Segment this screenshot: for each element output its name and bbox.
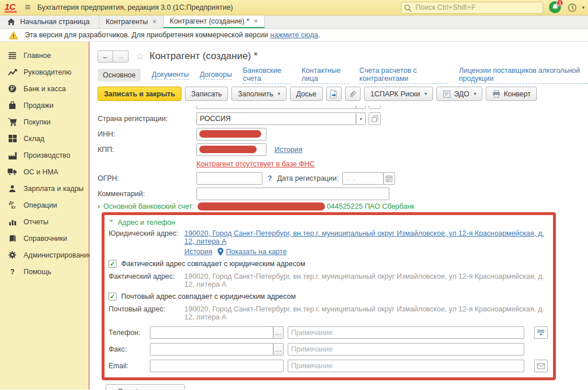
search-input[interactable] [401, 2, 543, 14]
attachments-button[interactable] [345, 87, 361, 101]
expand-chevron-icon[interactable]: › [98, 202, 103, 210]
tab-licenzii[interactable]: Лицензии поставщиков алкогольной продукц… [459, 67, 588, 84]
dropdown-icon: ▾ [176, 389, 179, 389]
open-icon[interactable] [369, 106, 381, 109]
tab-kontragent-create[interactable]: Контрагент (создание) * × [163, 15, 265, 28]
phone-more-button[interactable]: ... [273, 326, 284, 339]
sidebar-item-pokupki[interactable]: Покупки [0, 114, 88, 130]
clipped-field-row [98, 106, 588, 110]
send-email-button[interactable] [534, 360, 548, 372]
kpp-history-link[interactable]: История [274, 146, 302, 154]
warning-icon [9, 31, 18, 40]
sidebar-item-bank-kassa[interactable]: Банк и касса [0, 80, 88, 97]
calendar-icon[interactable] [384, 172, 395, 185]
sidebar-item-pomosch[interactable]: ? Помощь [0, 263, 88, 280]
edo-icon [443, 90, 451, 98]
comment-input[interactable] [196, 188, 389, 200]
address-section-header[interactable]: › Адрес и телефон [109, 218, 548, 227]
sidebar-item-sklad[interactable]: Склад [0, 130, 88, 147]
buy-version-link[interactable]: нажмите сюда [270, 31, 318, 39]
clipped-input[interactable] [196, 106, 356, 109]
bank-account-label[interactable]: Основной банковский счет: [103, 202, 194, 210]
show-on-map[interactable]: Показать на карте [218, 248, 287, 256]
envelope-print-button[interactable]: Конверт [486, 87, 537, 101]
postal-equals-legal-checkbox[interactable]: ✓ [109, 292, 117, 301]
phone-menu-button[interactable] [534, 326, 548, 339]
sidebar-item-spravochniki[interactable]: Справочники [0, 230, 88, 247]
main-menu-icon[interactable]: ≡ [25, 2, 30, 13]
app-title: Бухгалтерия предприятия, редакция 3.0 (1… [37, 3, 233, 11]
email-label: Email: [109, 362, 150, 370]
chevron-down-icon[interactable]: ▾ [356, 112, 366, 125]
edo-button[interactable]: ЭДО▾ [436, 87, 482, 101]
fax-more-button[interactable]: ... [273, 343, 284, 356]
ogrn-label: ОГРН: [98, 174, 196, 182]
address-history-link[interactable]: История [184, 248, 212, 256]
edo-label: ЭДО [454, 90, 469, 98]
sidebar-label: Помощь [24, 268, 51, 276]
fax-label: Факс: [109, 345, 150, 353]
map-link-label: Показать на карте [226, 248, 287, 256]
tab-kontaktnye-lica[interactable]: Контактные лица [301, 67, 349, 84]
favorite-star-icon[interactable]: ☆ [136, 50, 144, 63]
sidebar-item-proizvodstvo[interactable]: Производство [0, 147, 88, 163]
tab-label: Контрагенты [106, 18, 148, 26]
tab-osnovnoe[interactable]: Основное [98, 69, 141, 81]
sidebar-item-zarplata[interactable]: Зарплата и кадры [0, 180, 88, 197]
phone-note-input[interactable] [288, 326, 524, 339]
sidebar-item-administrirovanie[interactable]: Администрирование [0, 247, 88, 263]
collapse-chevron-icon[interactable]: › [107, 220, 116, 225]
notifications-button[interactable]: 1 [549, 1, 562, 14]
add-phone-address-button[interactable]: + Телефон, адрес▾ [106, 384, 185, 389]
close-icon[interactable]: × [153, 18, 157, 26]
tab-bankovskie-scheta[interactable]: Банковские счета [243, 67, 291, 84]
country-input[interactable] [196, 112, 356, 125]
load-file-button[interactable] [326, 87, 342, 101]
tab-dokumenty[interactable]: Документы [152, 71, 188, 80]
postal-address-label: Почтовый адрес: [109, 305, 184, 321]
chevron-down-icon[interactable]: ▾ [582, 5, 585, 10]
sidebar-item-os-nma[interactable]: ОС и НМА [0, 163, 88, 180]
tab-home[interactable]: Начальная страница [0, 15, 99, 28]
sidebar-item-rukovoditelyu[interactable]: Руководителю [0, 64, 88, 80]
tab-kontragenty[interactable]: Контрагенты × [99, 15, 163, 28]
phone-input[interactable] [150, 326, 273, 339]
postal-checkbox-label: Почтовый адрес совпадает с юридическим а… [121, 292, 296, 301]
sidebar-item-glavnoe[interactable]: Главное [0, 47, 88, 64]
fax-input[interactable] [150, 343, 273, 356]
sidebar-item-operacii[interactable]: ДтКт Операции [0, 197, 88, 213]
fns-absent-link[interactable]: Контрагент отсутствует в базе ФНС [196, 160, 315, 168]
regdate-input[interactable] [342, 172, 384, 185]
tab-dogovory[interactable]: Договоры [200, 71, 232, 80]
email-note-input[interactable] [288, 360, 524, 372]
1c-logo[interactable]: 1С [5, 2, 17, 13]
sidebar-item-otchety[interactable]: Отчеты [0, 213, 88, 230]
history-icon[interactable] [567, 3, 577, 13]
save-button[interactable]: Записать [185, 87, 228, 101]
bank-account-redaction [198, 202, 325, 210]
actual-equals-legal-checkbox[interactable]: ✓ [109, 260, 117, 268]
tab-scheta-raschetov[interactable]: Счета расчетов с контрагентами [359, 67, 448, 84]
spark-risks-button[interactable]: 1СПАРК Риски▾ [364, 87, 433, 101]
sidebar-label: Справочники [24, 235, 67, 243]
dropdown-icon[interactable] [356, 106, 366, 109]
save-close-button[interactable]: Записать и закрыть [98, 87, 181, 101]
country-label: Страна регистрации: [98, 115, 196, 123]
sidebar-item-prodazhi[interactable]: Продажи [0, 97, 88, 114]
global-search [401, 2, 543, 14]
fill-button[interactable]: Заполнить▾ [231, 87, 286, 101]
dossier-button[interactable]: Досье [290, 87, 323, 101]
open-icon[interactable] [369, 112, 381, 125]
forward-button[interactable]: → [113, 50, 129, 63]
check-icon: ✓ [110, 260, 115, 267]
close-icon[interactable]: × [254, 17, 258, 25]
cart-icon [7, 118, 17, 126]
email-input[interactable] [150, 360, 284, 372]
back-button[interactable]: ← [98, 50, 113, 63]
fax-note-input[interactable] [288, 343, 524, 356]
sidebar-label: Главное [24, 52, 51, 60]
ogrn-input[interactable] [196, 172, 262, 185]
legal-address-link[interactable]: 190020, Город Санкт-Петербург, вн.тер.г.… [184, 229, 544, 245]
comment-label: Комментарий: [98, 190, 196, 198]
hint-icon[interactable]: ? [268, 174, 272, 182]
